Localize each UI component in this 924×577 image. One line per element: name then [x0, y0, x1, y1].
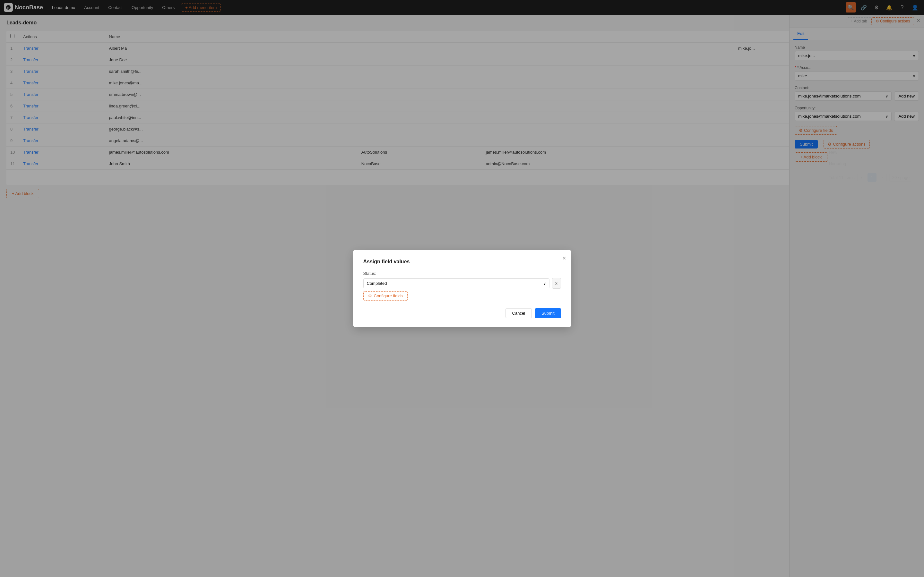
modal-backdrop: × Assign field values Status: Completed … [0, 0, 924, 203]
